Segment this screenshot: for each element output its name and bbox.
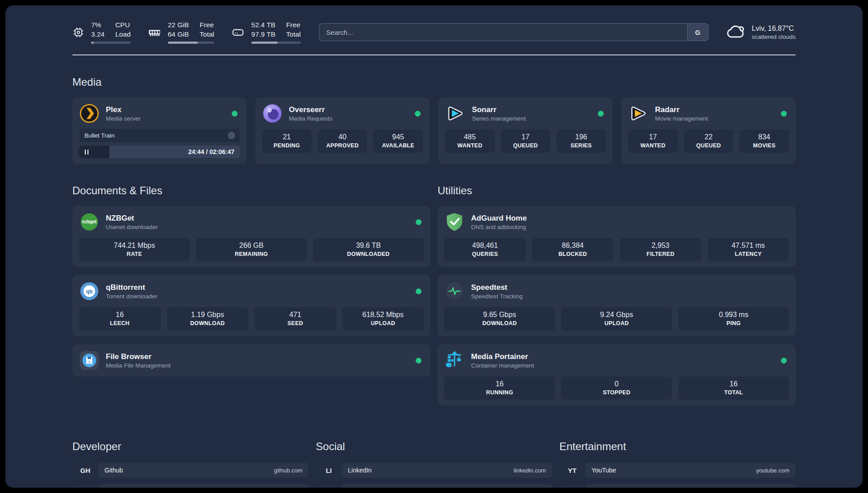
- ram-free-label: Free: [200, 21, 214, 30]
- app-card-plex[interactable]: Plex Media server Bullet Train: [72, 97, 246, 164]
- bookmark-abbr: TW: [316, 484, 342, 488]
- cpu-load-label: Load: [115, 30, 130, 39]
- now-playing-row: Bullet Train: [79, 129, 240, 142]
- bookmark-github[interactable]: GH Github github.com: [72, 463, 309, 478]
- player-progressbar[interactable]: 24:44 / 02:06:47: [79, 146, 240, 158]
- bookmark-abbr: GH: [72, 463, 98, 478]
- media-grid: Plex Media server Bullet Train: [72, 97, 796, 164]
- app-name: Overseerr: [289, 105, 333, 114]
- adguard-icon: [444, 212, 465, 232]
- stat-box: 9.65 GbpsDOWNLOAD: [444, 307, 555, 330]
- stat-box: 9.24 GbpsUPLOAD: [561, 307, 672, 330]
- status-dot: [415, 111, 421, 117]
- stat-box: 47.571 msLATENCY: [708, 238, 789, 261]
- bookmark-twitter[interactable]: TW Twitter twitter.com: [316, 484, 552, 488]
- stat-box: 22QUEUED: [684, 130, 734, 153]
- stat-box: 266 GBREMAINING: [196, 238, 307, 261]
- stat-box: 16RUNNING: [444, 376, 555, 400]
- app-desc: Torrent downloader: [106, 293, 158, 300]
- stat-box: 39.6 TBDOWNLOADED: [313, 238, 424, 261]
- app-card-overseerr[interactable]: Overseerr Media Requests 21PENDING 40APP…: [255, 97, 430, 164]
- bookmark-abbr: SO: [72, 484, 98, 488]
- disk-free-value: 52.4 TB: [251, 21, 275, 30]
- status-dot: [598, 111, 604, 117]
- app-card-radarr[interactable]: Radarr Movie management 17WANTED 22QUEUE…: [622, 97, 796, 164]
- nzbget-icon: nzbget: [79, 212, 100, 232]
- app-card-adguard[interactable]: AdGuard Home DNS and adblocking 498,461Q…: [438, 206, 796, 267]
- bookmark-name: YouTube: [592, 467, 616, 474]
- plex-icon: [79, 103, 100, 124]
- player-time: 24:44 / 02:06:47: [188, 148, 240, 155]
- app-card-filebrowser[interactable]: File Browser Media File Management: [72, 344, 430, 376]
- search-input[interactable]: [319, 23, 709, 41]
- disk-stat: 52.4 TB 97.9 TB Free Total: [231, 21, 301, 44]
- ram-total-value: 64 GiB: [168, 30, 189, 39]
- svg-text:nzbget: nzbget: [82, 219, 97, 224]
- disk-total-value: 97.9 TB: [251, 30, 275, 39]
- section-title-documents: Documents & Files: [72, 184, 430, 197]
- bookmark-stackoverflow[interactable]: SO StackOverflow stackoverflow.com: [72, 484, 309, 488]
- app-desc: Speedtest Tracking: [471, 293, 523, 300]
- app-card-portainer[interactable]: Media Portainer Container management 16R…: [438, 344, 796, 405]
- app-desc: Container management: [471, 362, 534, 369]
- stat-box: 196SERIES: [556, 130, 606, 153]
- stat-box: 498,461QUERIES: [444, 238, 526, 261]
- app-desc: Media Requests: [289, 115, 333, 122]
- status-dot: [232, 111, 238, 117]
- cpu-icon: [72, 26, 84, 38]
- overseerr-icon: [262, 103, 283, 124]
- stat-box: 0STOPPED: [561, 376, 672, 400]
- weather-widget: Lviv, 16.87°C scattered clouds: [726, 21, 796, 43]
- stat-box: 485WANTED: [445, 130, 495, 153]
- app-card-nzbget[interactable]: nzbget NZBGet Usenet downloader 744.21 M…: [72, 206, 430, 267]
- bookmark-abbr: YT: [559, 463, 585, 478]
- stat-box: 2,953FILTERED: [620, 238, 701, 261]
- disk-progressbar: [251, 42, 301, 44]
- app-name: Media Portainer: [471, 352, 534, 361]
- bookmark-youtube[interactable]: YT YouTube youtube.com: [559, 463, 796, 478]
- weather-condition: scattered clouds: [752, 33, 796, 40]
- status-dot: [416, 358, 421, 363]
- bookmark-url: github.com: [274, 467, 303, 474]
- bookmark-linkedin[interactable]: LI LinkedIn linkedin.com: [316, 463, 552, 478]
- app-name: NZBGet: [106, 214, 158, 223]
- filebrowser-icon: [79, 350, 100, 371]
- section-title-entertainment: Entertainment: [559, 440, 796, 453]
- radarr-icon: [628, 103, 649, 124]
- search-engine-button[interactable]: G: [687, 23, 709, 41]
- utilities-column: Utilities AdGuard Home: [438, 168, 796, 414]
- bookmark-netflix[interactable]: NF Netflix netflix.com: [559, 484, 796, 488]
- app-card-qbittorrent[interactable]: qb qBittorrent Torrent downloader 16LEEC…: [72, 275, 430, 336]
- pause-icon[interactable]: [85, 150, 88, 155]
- bookmarks-grid: Developer GH Github github.com SO StackO…: [72, 427, 796, 488]
- bookmark-group-developer: Developer GH Github github.com SO StackO…: [72, 427, 309, 488]
- stat-box: 0.993 msPING: [678, 307, 789, 330]
- header: 7% 3.24 CPU Load: [72, 18, 796, 46]
- stat-box: 17WANTED: [628, 130, 678, 153]
- stat-box: 21PENDING: [262, 130, 312, 153]
- app-desc: Media File Management: [106, 362, 171, 369]
- disk-free-label: Free: [286, 21, 301, 30]
- weather-location: Lviv, 16.87°C: [752, 25, 796, 33]
- bookmark-name: Github: [104, 467, 123, 474]
- bookmark-abbr: NF: [559, 484, 585, 488]
- app-card-sonarr[interactable]: Sonarr Series management 485WANTED 17QUE…: [438, 97, 613, 164]
- dashboard-panel: 7% 3.24 CPU Load: [5, 5, 863, 488]
- bookmark-group-entertainment: Entertainment YT YouTube youtube.com NF …: [559, 427, 796, 488]
- portainer-icon: [444, 350, 465, 371]
- disk-icon: [231, 25, 245, 39]
- stat-box: 16TOTAL: [678, 376, 789, 400]
- status-dot: [416, 288, 421, 294]
- stat-box: 834MOVIES: [739, 130, 789, 153]
- disc-icon: [227, 131, 236, 140]
- bookmark-abbr: LI: [316, 463, 342, 478]
- bookmark-url: linkedin.com: [513, 467, 546, 474]
- app-card-speedtest[interactable]: Speedtest Speedtest Tracking 9.65 GbpsDO…: [438, 275, 796, 336]
- ram-total-label: Total: [200, 30, 214, 39]
- cpu-stat: 7% 3.24 CPU Load: [72, 21, 131, 44]
- status-dot: [781, 111, 787, 117]
- system-stats: 7% 3.24 CPU Load: [72, 21, 301, 44]
- bookmark-url: youtube.com: [756, 467, 789, 474]
- section-title-utilities: Utilities: [438, 184, 796, 197]
- stat-box: 471SEED: [255, 307, 336, 330]
